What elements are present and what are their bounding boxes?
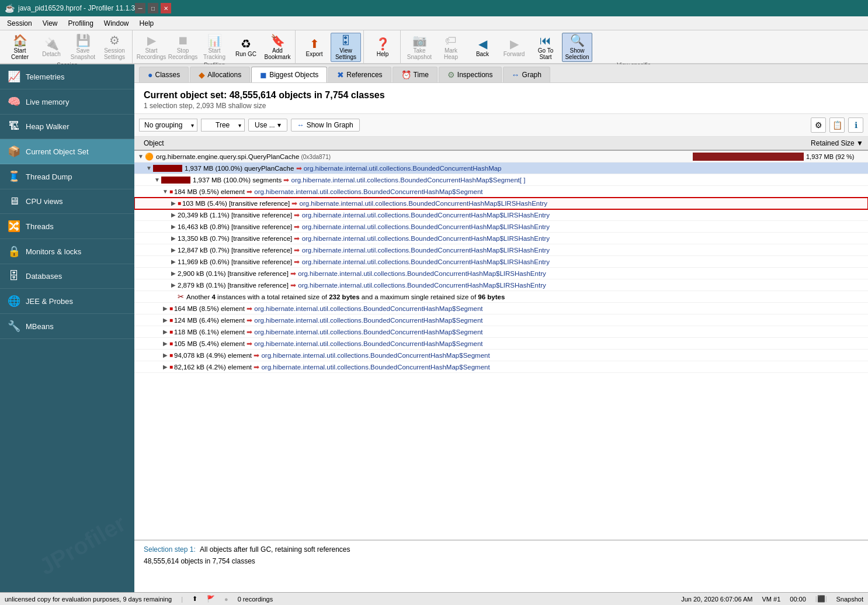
table-row[interactable]: ▶ 11,969 kB (0.6%) [transitive reference…	[134, 256, 868, 268]
table-row[interactable]: ▼ 1,937 MB (100.0%) segments ➡ org.hiber…	[134, 174, 868, 186]
expand-icon[interactable]: ▶	[161, 329, 169, 335]
take-snapshot-button[interactable]: 📷 TakeSnapshot	[404, 33, 435, 62]
table-row[interactable]: ▼ 1,937 MB (100.0%) queryPlanCache ➡ org…	[134, 163, 868, 174]
mark-heap-button[interactable]: 🏷 MarkHeap	[436, 33, 466, 62]
monitors-locks-icon: 🔒	[7, 245, 21, 258]
tab-references[interactable]: ✖ References	[328, 67, 391, 82]
expand-icon[interactable]: ▼	[153, 177, 161, 183]
start-tracking-icon: 📊	[207, 34, 222, 46]
table-row[interactable]: ▶ 2,900 kB (0.1%) [transitive reference]…	[134, 268, 868, 279]
expand-icon[interactable]: ▶	[169, 282, 178, 288]
stop-recordings-button[interactable]: ⏹ StopRecordings	[168, 33, 198, 62]
start-center-button[interactable]: 🏠 StartCenter	[5, 33, 35, 62]
tree-select[interactable]: Tree List	[201, 119, 245, 132]
detach-button[interactable]: 🔌 Detach	[36, 33, 67, 62]
expand-icon[interactable]: ▶	[161, 364, 169, 370]
table-row[interactable]: ▶ ■ 124 MB (6.4%) element ➡ org.hibernat…	[134, 314, 868, 326]
settings-icon-button[interactable]: ⚙	[811, 117, 826, 133]
table-row[interactable]: ▶ ■ 82,162 kB (4.2%) element ➡ org.hiber…	[134, 361, 868, 373]
show-selection-button[interactable]: 🔍 ShowSelection	[562, 33, 592, 62]
thread-dump-icon: 🧵	[7, 170, 21, 183]
tree-table[interactable]: ▼ 🟠 org.hibernate.engine.query.spi.Query…	[134, 151, 868, 540]
time-text: 00:00	[790, 596, 806, 603]
minimize-button[interactable]: ─	[135, 3, 145, 13]
start-recordings-button[interactable]: ▶ StartRecordings	[136, 33, 166, 62]
expand-icon[interactable]: ▶	[169, 247, 178, 253]
sidebar-item-live-memory[interactable]: 🧠 Live memory	[0, 89, 134, 115]
table-row[interactable]: ▶ 2,879 kB (0.1%) [transitive reference]…	[134, 279, 868, 291]
view-settings-button[interactable]: 🎛 ViewSettings	[331, 33, 361, 62]
add-bookmark-icon: 🔖	[270, 34, 285, 46]
expand-icon[interactable]: ▶	[169, 270, 178, 276]
selection-step-link[interactable]: Selection step 1:	[144, 545, 196, 554]
use-button[interactable]: Use ... ▾	[248, 119, 287, 132]
expand-icon[interactable]: ▶	[161, 305, 169, 312]
table-row[interactable]: ▶ 12,847 kB (0.7%) [transitive reference…	[134, 244, 868, 256]
expand-icon[interactable]: ▶	[161, 317, 169, 323]
object-column-header[interactable]: Object	[134, 139, 693, 147]
expand-icon[interactable]: ▶	[169, 258, 178, 265]
go-to-start-button[interactable]: ⏮ Go ToStart	[530, 33, 561, 62]
table-row[interactable]: ▼ 🟠 org.hibernate.engine.query.spi.Query…	[134, 151, 868, 163]
table-row[interactable]: ▶ ■ 118 MB (6.1%) element ➡ org.hibernat…	[134, 326, 868, 338]
table-row[interactable]: ✂ Another 4 instances with a total retai…	[134, 291, 868, 303]
sidebar-item-monitors-locks[interactable]: 🔒 Monitors & locks	[0, 239, 134, 264]
sidebar-item-mbeans[interactable]: 🔧 MBeans	[0, 314, 134, 339]
menu-window[interactable]: Window	[99, 18, 134, 29]
table-row[interactable]: ▶ ■ 105 MB (5.4%) element ➡ org.hibernat…	[134, 338, 868, 350]
grouping-select[interactable]: No grouping By class By package	[139, 119, 197, 132]
tab-inspections[interactable]: ⚙ Inspections	[439, 67, 502, 82]
maximize-button[interactable]: □	[148, 3, 158, 13]
tab-time[interactable]: ⏰ Time	[393, 67, 438, 82]
tab-graph[interactable]: ↔ Graph	[503, 67, 550, 82]
expand-icon[interactable]: ▶	[169, 212, 178, 218]
sidebar-item-cpu-views[interactable]: 🖥 CPU views	[0, 189, 134, 214]
table-row[interactable]: ▶ 20,349 kB (1.1%) [transitive reference…	[134, 209, 868, 221]
expand-icon[interactable]: ▼	[161, 188, 169, 195]
session-settings-button[interactable]: ⚙ SessionSettings	[99, 33, 130, 62]
sidebar-item-threads[interactable]: 🔀 Threads	[0, 214, 134, 239]
table-row[interactable]: ▶ ■ 164 MB (8.5%) element ➡ org.hibernat…	[134, 303, 868, 314]
expand-icon[interactable]: ▶	[169, 200, 178, 206]
expand-icon[interactable]: ▼	[137, 153, 145, 160]
menu-session[interactable]: Session	[2, 18, 37, 29]
help-button[interactable]: ❓ Help	[367, 33, 398, 62]
sidebar-item-jee-probes[interactable]: 🌐 JEE & Probes	[0, 289, 134, 314]
menu-view[interactable]: View	[38, 18, 63, 29]
table-row[interactable]: ▶ 13,350 kB (0.7%) [transitive reference…	[134, 233, 868, 244]
table-row[interactable]: ▼ ■ 184 MB (9.5%) element ➡ org.hibernat…	[134, 186, 868, 198]
show-in-graph-button[interactable]: ↔ Show In Graph	[291, 119, 360, 132]
sidebar-item-databases[interactable]: 🗄 Databases	[0, 264, 134, 289]
expand-icon[interactable]: ▶	[161, 340, 169, 347]
tab-classes[interactable]: ● Classes	[139, 67, 189, 82]
sidebar-item-thread-dump[interactable]: 🧵 Thread Dump	[0, 164, 134, 189]
main-layout: 📈 Telemetries 🧠 Live memory 🏗 Heap Walke…	[0, 64, 868, 592]
tab-allocations[interactable]: ◆ Allocations	[190, 67, 250, 82]
menu-profiling[interactable]: Profiling	[64, 18, 98, 29]
close-button[interactable]: ✕	[161, 3, 171, 13]
forward-button[interactable]: ▶ Forward	[499, 33, 529, 62]
run-gc-button[interactable]: ♻ Run GC	[231, 33, 261, 62]
save-snapshot-button[interactable]: 💾 SaveSnapshot	[68, 33, 98, 62]
table-row[interactable]: ▶ 16,463 kB (0.8%) [transitive reference…	[134, 221, 868, 233]
retained-sort-icon: ▼	[856, 139, 863, 147]
sidebar-item-heap-walker[interactable]: 🏗 Heap Walker	[0, 115, 134, 139]
export-button[interactable]: ⬆ Export	[299, 33, 329, 62]
expand-icon[interactable]: ▼	[145, 165, 153, 171]
sidebar-item-telemetries[interactable]: 📈 Telemetries	[0, 64, 134, 89]
tab-biggest-objects[interactable]: ◼ Biggest Objects	[251, 67, 327, 82]
start-tracking-button[interactable]: 📊 StartTracking	[199, 33, 230, 62]
table-row[interactable]: ▶ ■ 103 MB (5.4%) [transitive reference]…	[134, 198, 868, 209]
back-button[interactable]: ◀ Back	[467, 33, 498, 62]
export-icon-button[interactable]: 📋	[829, 117, 845, 133]
expand-icon[interactable]: ▶	[169, 235, 178, 241]
expand-icon[interactable]: ▶	[169, 223, 178, 230]
add-bookmark-button[interactable]: 🔖 AddBookmark	[262, 33, 293, 62]
sidebar-item-current-object-set[interactable]: 📦 Current Object Set	[0, 139, 134, 164]
expand-icon[interactable]: ▶	[161, 352, 169, 358]
databases-label: Databases	[26, 272, 62, 281]
retained-column-header[interactable]: Retained Size ▼	[693, 139, 868, 147]
table-row[interactable]: ▶ ■ 94,078 kB (4.9%) element ➡ org.hiber…	[134, 350, 868, 361]
menu-help[interactable]: Help	[135, 18, 159, 29]
info-icon-button[interactable]: ℹ	[848, 117, 863, 133]
